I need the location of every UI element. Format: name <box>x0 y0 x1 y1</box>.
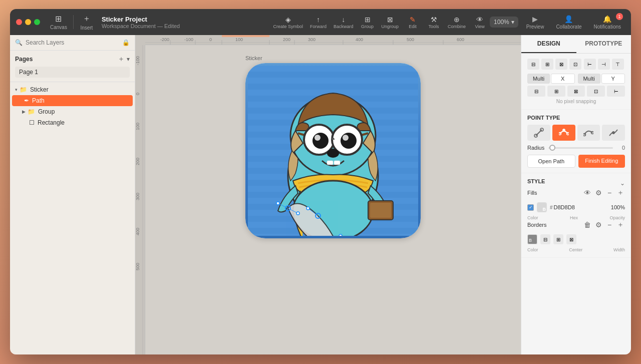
ruler-top: -200 -100 0 100 200 300 400 500 <box>145 35 521 45</box>
fills-subtract-button[interactable]: − <box>605 188 614 197</box>
preview-button[interactable]: ▶ Preview <box>522 13 548 32</box>
borders-delete-button[interactable]: 🗑 <box>583 220 592 229</box>
svg-text:400: 400 <box>356 37 363 42</box>
border-center-label: Center <box>569 247 582 252</box>
align-top-button[interactable]: ⊡ <box>569 59 581 70</box>
layer-item-sticker[interactable]: ▾ 📁 Sticker <box>10 84 135 95</box>
snap-btn-3[interactable]: ⊠ <box>567 86 585 97</box>
pages-title: Pages <box>15 56 33 63</box>
svg-point-73 <box>562 129 565 132</box>
insert-button[interactable]: ＋ Insert <box>76 12 98 33</box>
distribute-button[interactable]: ⊤ <box>612 59 624 70</box>
ruler-top-svg: -200 -100 0 100 200 300 400 500 <box>145 35 521 45</box>
group-button[interactable]: ⊞ Group <box>358 14 378 31</box>
fills-hide-button[interactable]: 👁 <box>583 188 592 197</box>
tools-button[interactable]: ⚒ Tools <box>424 14 444 31</box>
fill-checkbox[interactable]: ✓ <box>527 204 534 211</box>
artboard[interactable] <box>245 63 421 238</box>
border-type-2[interactable]: ⊞ <box>553 234 563 244</box>
border-type-1[interactable]: ⊟ <box>540 234 550 244</box>
snap-btn-4[interactable]: ⊡ <box>587 86 605 97</box>
radius-slider[interactable] <box>548 147 613 149</box>
minimize-button[interactable] <box>25 19 31 25</box>
align-bottom-button[interactable]: ⊣ <box>598 59 610 70</box>
tab-design[interactable]: DESIGN <box>521 35 576 53</box>
rect-icon: ☐ <box>29 119 35 126</box>
mirrored-point-icon <box>559 128 569 138</box>
ungroup-button[interactable]: ⊠ Ungroup <box>379 14 402 31</box>
align-center-v-button[interactable]: ⊢ <box>584 59 596 70</box>
ruler-left-svg: -100 0 100 200 300 400 500 <box>135 45 145 354</box>
fill-swatch[interactable]: B <box>537 202 547 212</box>
x-label-field[interactable]: Multi <box>527 74 550 84</box>
layer-item-path[interactable]: ✒ Path <box>12 95 133 106</box>
point-type-straight[interactable] <box>527 125 550 141</box>
fill-b-label: B <box>543 207 546 212</box>
snap-btn-2[interactable]: ⊞ <box>547 86 565 97</box>
fill-color-label: Color <box>527 215 538 220</box>
y-label-field[interactable]: Multi <box>578 74 600 84</box>
borders-add-button[interactable]: ＋ <box>616 220 625 229</box>
play-icon: ▶ <box>532 15 538 23</box>
path-icon: ✒ <box>24 97 29 104</box>
border-swatch[interactable]: B <box>527 234 537 244</box>
pages-section: Pages ＋ ▾ Page 1 <box>10 51 135 82</box>
snap-btn-5[interactable]: ⊢ <box>607 86 625 97</box>
canvas-area[interactable]: -200 -100 0 100 200 300 400 500 <box>135 35 521 354</box>
y-value-field[interactable]: Y <box>601 74 625 84</box>
border-type-3[interactable]: ⊠ <box>566 234 576 244</box>
traffic-lights <box>16 19 40 25</box>
toolbar-right: 100% ▾ ▶ Preview 👤 Collaborate 🔔 1 Notif… <box>490 13 625 32</box>
backward-button[interactable]: ↓ Backward <box>331 14 357 31</box>
borders-header: Borders 🗑 ⚙ − ＋ <box>527 220 625 229</box>
tab-prototype[interactable]: PROTOTYPE <box>576 35 631 53</box>
layer-subgroup-icon: 📁 <box>28 108 35 115</box>
borders-settings-button[interactable]: ⚙ <box>594 220 603 229</box>
svg-text:200: 200 <box>135 158 140 165</box>
borders-subtract-button[interactable]: − <box>605 220 614 229</box>
zoom-value: 100% <box>494 19 509 26</box>
hex-value[interactable]: D8D8D8 <box>554 204 575 210</box>
border-color-label: Color <box>527 247 538 252</box>
svg-point-49 <box>314 135 320 141</box>
fills-add-button[interactable]: ＋ <box>616 188 625 197</box>
view-button[interactable]: 👁 View <box>470 14 490 31</box>
layers-section: ▾ 📁 Sticker ✒ Path ▶ 📁 Group ☐ <box>10 82 135 354</box>
opacity-value[interactable]: 100% <box>610 204 625 210</box>
combine-button[interactable]: ⊕ Combine <box>445 14 469 31</box>
open-path-button[interactable]: Open Path <box>527 155 575 168</box>
x-value-field[interactable]: X <box>551 74 574 84</box>
align-left-button[interactable]: ⊟ <box>527 59 539 70</box>
fills-settings-button[interactable]: ⚙ <box>594 188 603 197</box>
create-symbol-button[interactable]: ◈ Create Symbol <box>270 14 306 31</box>
canvas-view-button[interactable]: ⊞ Canvas <box>46 12 71 32</box>
style-expand-icon[interactable]: ⌄ <box>620 180 625 187</box>
page-item-1[interactable]: Page 1 <box>15 67 130 78</box>
edit-button[interactable]: ✎ Edit <box>403 14 423 31</box>
add-page-button[interactable]: ＋ <box>118 55 125 64</box>
search-input[interactable] <box>26 39 119 46</box>
point-type-disconnected[interactable] <box>602 125 625 141</box>
align-center-h-button[interactable]: ⊞ <box>541 59 553 70</box>
canvas-viewport[interactable]: Sticker <box>145 45 521 354</box>
align-right-button[interactable]: ⊠ <box>555 59 567 70</box>
notifications-button[interactable]: 🔔 1 Notifications <box>590 13 625 32</box>
svg-text:-200: -200 <box>160 37 169 42</box>
zoom-control[interactable]: 100% ▾ <box>490 17 518 28</box>
radius-thumb[interactable] <box>549 145 555 151</box>
layer-item-group[interactable]: ▶ 📁 Group <box>10 106 135 117</box>
pages-header: Pages ＋ ▾ <box>15 55 130 64</box>
collaborate-button[interactable]: 👤 Collaborate <box>552 13 585 32</box>
backward-icon: ↓ <box>342 16 345 24</box>
forward-button[interactable]: ↑ Forward <box>307 14 330 31</box>
pages-expand-button[interactable]: ▾ <box>127 56 130 63</box>
maximize-button[interactable] <box>34 19 40 25</box>
left-sidebar: 🔍 🔒 Pages ＋ ▾ Page 1 <box>10 35 135 354</box>
point-type-mirrored[interactable] <box>552 125 575 141</box>
layer-item-rectangle[interactable]: ☐ Rectangle <box>10 117 135 128</box>
close-button[interactable] <box>16 19 22 25</box>
finish-editing-button[interactable]: Finish Editing <box>578 155 625 168</box>
search-bar: 🔍 🔒 <box>10 35 135 51</box>
point-type-asymmetric[interactable] <box>577 125 600 141</box>
snap-btn-1[interactable]: ⊟ <box>527 86 545 97</box>
